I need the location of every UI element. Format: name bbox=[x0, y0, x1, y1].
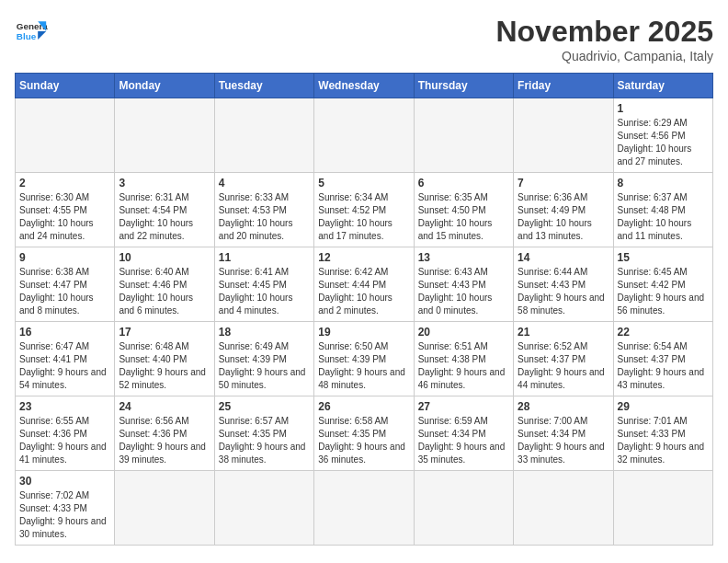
svg-marker-3 bbox=[38, 31, 46, 40]
day-info: Sunrise: 6:57 AM Sunset: 4:35 PM Dayligh… bbox=[219, 415, 310, 466]
day-number: 12 bbox=[318, 251, 409, 264]
day-number: 11 bbox=[219, 251, 310, 264]
day-number: 13 bbox=[418, 251, 509, 264]
day-number: 16 bbox=[19, 326, 110, 339]
location-title: Quadrivio, Campania, Italy bbox=[495, 49, 713, 63]
day-info: Sunrise: 6:49 AM Sunset: 4:39 PM Dayligh… bbox=[219, 340, 310, 392]
calendar-cell: 7Sunrise: 6:36 AM Sunset: 4:49 PM Daylig… bbox=[514, 173, 613, 247]
calendar-cell: 30Sunrise: 7:02 AM Sunset: 4:33 PM Dayli… bbox=[16, 471, 115, 546]
calendar-cell bbox=[314, 471, 414, 546]
calendar-cell: 1Sunrise: 6:29 AM Sunset: 4:56 PM Daylig… bbox=[613, 98, 712, 173]
calendar-week-row: 30Sunrise: 7:02 AM Sunset: 4:33 PM Dayli… bbox=[16, 471, 713, 546]
calendar-cell bbox=[214, 98, 313, 173]
calendar-cell bbox=[16, 98, 115, 173]
calendar-cell: 16Sunrise: 6:47 AM Sunset: 4:41 PM Dayli… bbox=[16, 322, 115, 396]
day-number: 14 bbox=[518, 251, 609, 264]
calendar-cell bbox=[414, 98, 513, 173]
day-info: Sunrise: 6:33 AM Sunset: 4:53 PM Dayligh… bbox=[219, 191, 310, 243]
day-number: 6 bbox=[418, 177, 509, 190]
day-number: 1 bbox=[618, 102, 709, 115]
calendar-cell: 21Sunrise: 6:52 AM Sunset: 4:37 PM Dayli… bbox=[514, 322, 613, 396]
day-number: 28 bbox=[518, 400, 609, 413]
calendar-cell: 29Sunrise: 7:01 AM Sunset: 4:33 PM Dayli… bbox=[613, 396, 712, 471]
calendar-cell: 9Sunrise: 6:38 AM Sunset: 4:47 PM Daylig… bbox=[16, 247, 115, 322]
day-info: Sunrise: 6:34 AM Sunset: 4:52 PM Dayligh… bbox=[318, 191, 409, 243]
day-info: Sunrise: 6:41 AM Sunset: 4:45 PM Dayligh… bbox=[219, 266, 310, 317]
month-title: November 2025 bbox=[495, 15, 713, 49]
calendar-cell: 14Sunrise: 6:44 AM Sunset: 4:43 PM Dayli… bbox=[514, 247, 613, 322]
day-info: Sunrise: 6:35 AM Sunset: 4:50 PM Dayligh… bbox=[418, 191, 509, 243]
calendar-cell bbox=[115, 98, 214, 173]
day-info: Sunrise: 6:48 AM Sunset: 4:40 PM Dayligh… bbox=[119, 340, 210, 392]
calendar-cell: 27Sunrise: 6:59 AM Sunset: 4:34 PM Dayli… bbox=[414, 396, 513, 471]
day-number: 29 bbox=[618, 400, 709, 413]
day-number: 25 bbox=[219, 400, 310, 413]
weekday-header-row: SundayMondayTuesdayWednesdayThursdayFrid… bbox=[16, 74, 713, 98]
day-info: Sunrise: 6:38 AM Sunset: 4:47 PM Dayligh… bbox=[19, 266, 110, 317]
calendar-cell: 17Sunrise: 6:48 AM Sunset: 4:40 PM Dayli… bbox=[115, 322, 214, 396]
day-number: 30 bbox=[19, 475, 110, 488]
day-number: 10 bbox=[119, 251, 210, 264]
day-number: 21 bbox=[518, 326, 609, 339]
day-info: Sunrise: 6:29 AM Sunset: 4:56 PM Dayligh… bbox=[618, 117, 709, 168]
day-info: Sunrise: 6:58 AM Sunset: 4:35 PM Dayligh… bbox=[318, 415, 409, 466]
day-number: 9 bbox=[19, 251, 110, 264]
day-info: Sunrise: 6:30 AM Sunset: 4:55 PM Dayligh… bbox=[19, 191, 110, 243]
day-number: 20 bbox=[418, 326, 509, 339]
calendar-cell: 28Sunrise: 7:00 AM Sunset: 4:34 PM Dayli… bbox=[514, 396, 613, 471]
calendar-cell bbox=[115, 471, 214, 546]
day-number: 26 bbox=[318, 400, 409, 413]
calendar-cell: 20Sunrise: 6:51 AM Sunset: 4:38 PM Dayli… bbox=[414, 322, 513, 396]
weekday-header-tuesday: Tuesday bbox=[214, 74, 313, 98]
day-info: Sunrise: 6:55 AM Sunset: 4:36 PM Dayligh… bbox=[19, 415, 110, 466]
day-info: Sunrise: 6:59 AM Sunset: 4:34 PM Dayligh… bbox=[418, 415, 509, 466]
calendar-week-row: 16Sunrise: 6:47 AM Sunset: 4:41 PM Dayli… bbox=[16, 322, 713, 396]
calendar-cell: 10Sunrise: 6:40 AM Sunset: 4:46 PM Dayli… bbox=[115, 247, 214, 322]
calendar-cell bbox=[514, 98, 613, 173]
calendar-cell: 3Sunrise: 6:31 AM Sunset: 4:54 PM Daylig… bbox=[115, 173, 214, 247]
calendar-cell: 25Sunrise: 6:57 AM Sunset: 4:35 PM Dayli… bbox=[214, 396, 313, 471]
weekday-header-wednesday: Wednesday bbox=[314, 74, 414, 98]
day-number: 18 bbox=[219, 326, 310, 339]
calendar-cell: 2Sunrise: 6:30 AM Sunset: 4:55 PM Daylig… bbox=[16, 173, 115, 247]
calendar-week-row: 1Sunrise: 6:29 AM Sunset: 4:56 PM Daylig… bbox=[16, 98, 713, 173]
day-number: 27 bbox=[418, 400, 509, 413]
calendar-cell: 13Sunrise: 6:43 AM Sunset: 4:43 PM Dayli… bbox=[414, 247, 513, 322]
day-number: 23 bbox=[19, 400, 110, 413]
calendar-week-row: 9Sunrise: 6:38 AM Sunset: 4:47 PM Daylig… bbox=[16, 247, 713, 322]
calendar-cell: 18Sunrise: 6:49 AM Sunset: 4:39 PM Dayli… bbox=[214, 322, 313, 396]
day-info: Sunrise: 6:47 AM Sunset: 4:41 PM Dayligh… bbox=[19, 340, 110, 392]
svg-text:Blue: Blue bbox=[17, 31, 37, 41]
day-number: 4 bbox=[219, 177, 310, 190]
day-info: Sunrise: 6:51 AM Sunset: 4:38 PM Dayligh… bbox=[418, 340, 509, 392]
day-info: Sunrise: 6:52 AM Sunset: 4:37 PM Dayligh… bbox=[518, 340, 609, 392]
calendar-cell bbox=[414, 471, 513, 546]
calendar-cell: 23Sunrise: 6:55 AM Sunset: 4:36 PM Dayli… bbox=[16, 396, 115, 471]
calendar-week-row: 2Sunrise: 6:30 AM Sunset: 4:55 PM Daylig… bbox=[16, 173, 713, 247]
calendar-cell: 15Sunrise: 6:45 AM Sunset: 4:42 PM Dayli… bbox=[613, 247, 712, 322]
day-info: Sunrise: 6:43 AM Sunset: 4:43 PM Dayligh… bbox=[418, 266, 509, 317]
calendar-cell bbox=[214, 471, 313, 546]
calendar-cell: 12Sunrise: 6:42 AM Sunset: 4:44 PM Dayli… bbox=[314, 247, 414, 322]
calendar-cell bbox=[613, 471, 712, 546]
day-info: Sunrise: 6:31 AM Sunset: 4:54 PM Dayligh… bbox=[119, 191, 210, 243]
day-number: 7 bbox=[518, 177, 609, 190]
day-info: Sunrise: 6:40 AM Sunset: 4:46 PM Dayligh… bbox=[119, 266, 210, 317]
logo-icon: General Blue bbox=[15, 15, 48, 48]
day-number: 15 bbox=[618, 251, 709, 264]
calendar-cell: 26Sunrise: 6:58 AM Sunset: 4:35 PM Dayli… bbox=[314, 396, 414, 471]
calendar-cell: 8Sunrise: 6:37 AM Sunset: 4:48 PM Daylig… bbox=[613, 173, 712, 247]
weekday-header-monday: Monday bbox=[115, 74, 214, 98]
day-number: 24 bbox=[119, 400, 210, 413]
calendar-cell: 11Sunrise: 6:41 AM Sunset: 4:45 PM Dayli… bbox=[214, 247, 313, 322]
day-info: Sunrise: 7:01 AM Sunset: 4:33 PM Dayligh… bbox=[618, 415, 709, 466]
calendar-cell bbox=[314, 98, 414, 173]
weekday-header-friday: Friday bbox=[514, 74, 613, 98]
day-info: Sunrise: 6:42 AM Sunset: 4:44 PM Dayligh… bbox=[318, 266, 409, 317]
calendar-cell: 19Sunrise: 6:50 AM Sunset: 4:39 PM Dayli… bbox=[314, 322, 414, 396]
day-number: 17 bbox=[119, 326, 210, 339]
calendar-cell: 24Sunrise: 6:56 AM Sunset: 4:36 PM Dayli… bbox=[115, 396, 214, 471]
calendar-cell: 5Sunrise: 6:34 AM Sunset: 4:52 PM Daylig… bbox=[314, 173, 414, 247]
day-number: 5 bbox=[318, 177, 409, 190]
weekday-header-saturday: Saturday bbox=[613, 74, 712, 98]
